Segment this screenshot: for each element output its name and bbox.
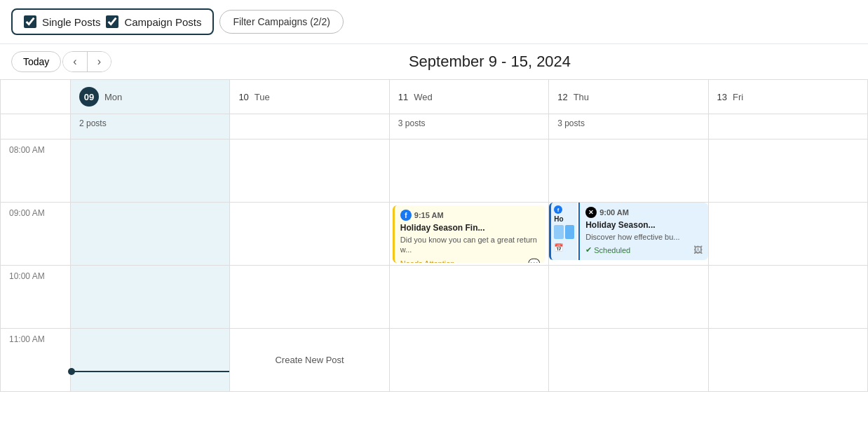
post-footer-wed: Needs Attention 💬 [400, 258, 540, 263]
post-body-wed: Did you know you can get a great return … [400, 235, 540, 255]
time-cell-tue-8am[interactable] [230, 139, 389, 203]
day-number-tue: 10 [238, 92, 248, 102]
day-header-mon: 09 Mon [71, 80, 230, 114]
nav-row: Today ‹ › September 9 - 15, 2024 [0, 44, 868, 79]
header-empty-cell [1, 80, 71, 114]
next-week-button[interactable]: › [88, 52, 111, 71]
time-cell-wed-11am[interactable] [390, 329, 549, 392]
scheduled-icon: ✔ [585, 245, 592, 254]
day-header-fri: 13 Fri [709, 80, 868, 114]
create-post-area[interactable]: Create New Post [233, 332, 386, 388]
day-number-wed: 11 [398, 92, 408, 102]
narrow-card-title: Ho [554, 215, 574, 223]
current-time-indicator [71, 371, 229, 372]
post-footer-thu: ✔ Scheduled 🖼 [585, 245, 702, 255]
time-cell-mon-8am[interactable] [71, 139, 230, 203]
time-label-8am: 08:00 AM [1, 139, 71, 203]
filter-campaigns-button[interactable]: Filter Campaigns (2/2) [219, 10, 344, 34]
campaign-posts-input[interactable] [106, 15, 118, 28]
post-title-wed: Holiday Season Fin... [400, 223, 540, 233]
filter-group: Single Posts Campaign Posts [11, 8, 214, 35]
time-cell-fri-9am[interactable] [709, 203, 868, 266]
time-cell-mon-11am[interactable] [71, 329, 230, 392]
toolbar: Single Posts Campaign Posts Filter Campa… [0, 0, 868, 44]
count-wed: 3 posts [390, 114, 549, 139]
post-body-thu: Discover how effective bu... [585, 232, 702, 242]
time-cell-wed-8am[interactable] [390, 139, 549, 203]
thumb2 [565, 225, 575, 239]
time-label-11am: 11:00 AM [1, 329, 71, 392]
single-posts-label: Single Posts [42, 16, 100, 28]
campaign-posts-checkbox[interactable]: Campaign Posts [106, 15, 201, 28]
count-empty [1, 114, 71, 139]
single-posts-input[interactable] [24, 15, 36, 28]
today-button[interactable]: Today [11, 51, 61, 72]
prev-week-button[interactable]: ‹ [63, 52, 87, 71]
time-cell-thu-8am[interactable] [549, 139, 708, 203]
day-header-tue: 10 Tue [230, 80, 389, 114]
campaign-posts-label: Campaign Posts [124, 16, 201, 28]
comment-icon: 💬 [528, 258, 540, 263]
post-card-wed[interactable]: f 9:15 AM Holiday Season Fin... Did you … [393, 205, 545, 263]
day-number-thu: 12 [557, 92, 567, 102]
time-cell-tue-9am[interactable] [230, 203, 389, 266]
time-cell-fri-8am[interactable] [709, 139, 868, 203]
post-card-thu-narrow[interactable]: f Ho 📅 [549, 203, 577, 260]
facebook-icon-thu-narrow: f [554, 205, 562, 214]
thu-calendar-icon: 📅 [554, 241, 574, 252]
post-time-wed: f 9:15 AM [400, 210, 540, 221]
single-posts-checkbox[interactable]: Single Posts [24, 15, 100, 28]
nav-arrows: ‹ › [62, 51, 111, 72]
time-label-10am: 10:00 AM [1, 266, 71, 329]
needs-attention-badge: Needs Attention [400, 259, 455, 263]
day-name-thu: Thu [574, 92, 589, 102]
time-cell-fri-10am[interactable] [709, 266, 868, 329]
time-cell-wed-9am[interactable]: f 9:15 AM Holiday Season Fin... Did you … [390, 203, 549, 266]
day-number-mon: 09 [79, 87, 99, 107]
date-range: September 9 - 15, 2024 [123, 53, 857, 71]
post-time-thu: ✕ 9:00 AM [585, 207, 702, 218]
day-number-fri: 13 [717, 92, 727, 102]
day-header-wed: 11 Wed [390, 80, 549, 114]
post-title-thu: Holiday Season... [585, 220, 702, 230]
time-label-9am: 09:00 AM [1, 203, 71, 266]
time-cell-thu-9am[interactable]: f Ho 📅 ✕ 9:00 AM Holiday Season... Disc [549, 203, 708, 266]
day-header-thu: 12 Thu [549, 80, 708, 114]
count-tue [230, 114, 389, 139]
thumb1 [554, 225, 564, 239]
time-cell-mon-9am[interactable] [71, 203, 230, 266]
day-name-wed: Wed [414, 92, 433, 102]
facebook-icon-wed: f [400, 210, 412, 221]
thu-multi-post: f Ho 📅 ✕ 9:00 AM Holiday Season... Disc [549, 203, 707, 265]
x-icon-thu: ✕ [585, 207, 597, 218]
time-cell-thu-11am[interactable] [549, 329, 708, 392]
time-cell-thu-10am[interactable] [549, 266, 708, 329]
count-thu: 3 posts [549, 114, 708, 139]
time-cell-mon-10am[interactable] [71, 266, 230, 329]
thu-thumbnail [554, 225, 574, 239]
time-cell-fri-11am[interactable] [709, 329, 868, 392]
time-cell-wed-10am[interactable] [390, 266, 549, 329]
time-cell-tue-10am[interactable] [230, 266, 389, 329]
calendar-grid: 09 Mon 10 Tue 11 Wed 12 Thu 13 Fri 2 pos… [0, 79, 868, 392]
day-name-mon: Mon [104, 92, 122, 102]
time-cell-tue-11am[interactable]: Create New Post [230, 329, 389, 392]
scheduled-badge: ✔ Scheduled [585, 245, 630, 254]
post-card-thu-wide[interactable]: ✕ 9:00 AM Holiday Season... Discover how… [578, 203, 707, 260]
image-icon: 🖼 [693, 245, 703, 255]
day-name-tue: Tue [255, 92, 270, 102]
count-fri [709, 114, 868, 139]
day-name-fri: Fri [733, 92, 743, 102]
count-mon: 2 posts [71, 114, 230, 139]
